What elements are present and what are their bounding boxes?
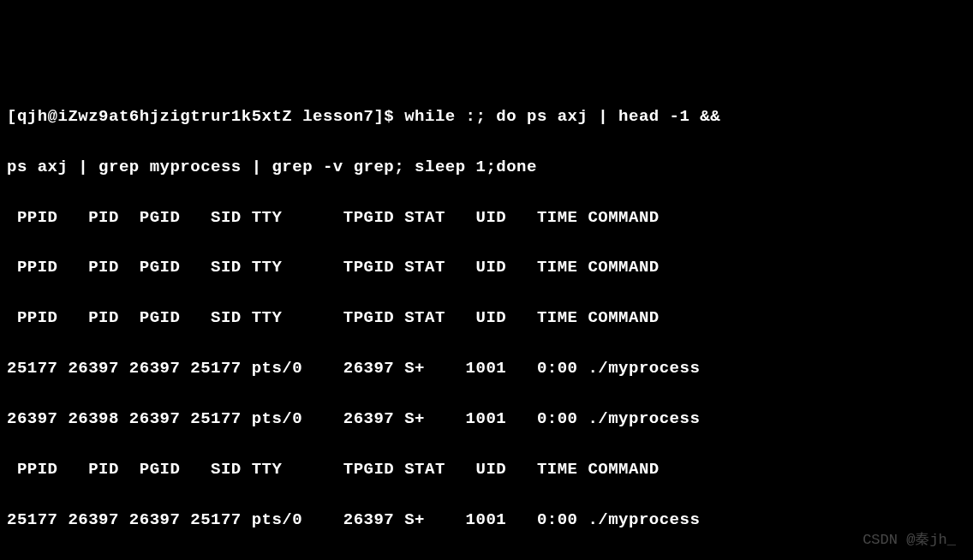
- output-line: PPID PID PGID SID TTY TPGID STAT UID TIM…: [7, 306, 966, 331]
- output-line: PPID PID PGID SID TTY TPGID STAT UID TIM…: [7, 255, 966, 280]
- output-line: 26397 26398 26397 25177 pts/0 26397 S+ 1…: [7, 407, 966, 432]
- output-line: 25177 26397 26397 25177 pts/0 26397 S+ 1…: [7, 356, 966, 381]
- output-line: PPID PID PGID SID TTY TPGID STAT UID TIM…: [7, 457, 966, 482]
- command-prompt-line2: ps axj | grep myprocess | grep -v grep; …: [7, 155, 966, 180]
- watermark-text: CSDN @秦jh_: [863, 529, 956, 551]
- output-line: PPID PID PGID SID TTY TPGID STAT UID TIM…: [7, 206, 966, 230]
- command-prompt-line1: [qjh@iZwz9at6hjzigtrur1k5xtZ lesson7]$ w…: [7, 104, 966, 129]
- output-line: 25177 26397 26397 25177 pts/0 26397 S+ 1…: [7, 508, 966, 533]
